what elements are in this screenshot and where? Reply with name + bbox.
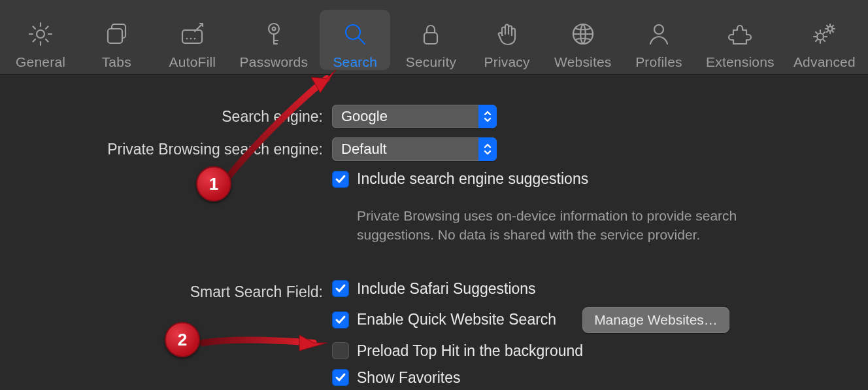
private-engine-select[interactable]: Default [332,137,497,161]
tab-label: Passwords [240,54,309,70]
svg-rect-9 [424,33,437,44]
option-label: Include Safari Suggestions [357,280,536,298]
tab-label: Search [333,54,377,70]
tab-extensions[interactable]: Extensions [699,10,781,70]
select-value: Default [341,141,387,158]
tab-label: Privacy [484,54,529,70]
svg-point-6 [269,24,279,34]
tab-privacy[interactable]: Privacy [472,10,542,70]
settings-pane: Search engine: Google Private Browsing s… [0,75,868,390]
tab-search[interactable]: Search [320,10,390,70]
gears-icon [811,19,837,49]
checkbox-quick-search[interactable] [332,311,349,328]
label-private-engine: Private Browsing search engine: [0,137,323,161]
svg-point-13 [828,27,833,31]
pen-rect-icon [179,19,205,49]
search-engine-select[interactable]: Google [332,105,497,128]
gear-icon [27,19,54,49]
select-stepper-icon [478,137,497,161]
tab-advanced[interactable]: Advanced [786,10,863,70]
svg-point-12 [817,33,824,40]
tabs-icon [103,19,129,49]
search-icon [342,19,368,49]
svg-point-3 [186,38,188,40]
select-value: Google [341,108,388,125]
tab-websites[interactable]: Websites [548,10,618,70]
checkbox-preload-top-hit[interactable] [332,342,349,359]
tab-label: General [16,54,65,70]
tab-label: Profiles [635,54,682,70]
person-icon [646,19,672,49]
option-label: Enable Quick Website Search [357,311,556,328]
tab-security[interactable]: Security [395,10,466,70]
manage-websites-button[interactable]: Manage Websites… [582,307,729,333]
tab-label: Tabs [102,54,131,70]
tab-tabs[interactable]: Tabs [81,10,152,70]
hint-private-suggestions: Private Browsing uses on-device informat… [357,206,788,245]
preferences-toolbar: General Tabs AutoFill Passwords Search S… [0,0,868,75]
checkbox-include-suggestions[interactable] [332,171,349,188]
option-label: Include search engine suggestions [357,170,588,188]
tab-label: Security [406,54,456,70]
svg-point-0 [37,30,44,38]
label-smart-search: Smart Search Field: [0,280,323,304]
option-label: Show Favorites [357,369,461,387]
svg-rect-2 [182,30,202,43]
svg-point-5 [194,38,196,40]
svg-point-11 [654,25,663,34]
tab-label: AutoFill [169,54,216,70]
key-icon [261,19,287,49]
tab-general[interactable]: General [5,10,76,70]
svg-rect-1 [108,29,122,43]
tab-label: Extensions [706,54,775,70]
checkbox-show-favorites[interactable] [332,369,349,386]
select-stepper-icon [478,105,497,128]
lock-icon [418,19,444,49]
tab-autofill[interactable]: AutoFill [157,10,227,70]
globe-icon [570,19,596,49]
hand-icon [494,19,520,49]
tab-profiles[interactable]: Profiles [624,10,694,70]
checkbox-safari-suggestions[interactable] [332,280,349,297]
label-search-engine: Search engine: [0,105,323,128]
svg-point-4 [190,38,192,40]
svg-point-7 [272,27,275,31]
puzzle-icon [727,19,753,49]
tab-label: Websites [554,54,612,70]
tab-label: Advanced [793,54,856,70]
tab-passwords[interactable]: Passwords [233,10,315,70]
option-label: Preload Top Hit in the background [357,342,583,360]
